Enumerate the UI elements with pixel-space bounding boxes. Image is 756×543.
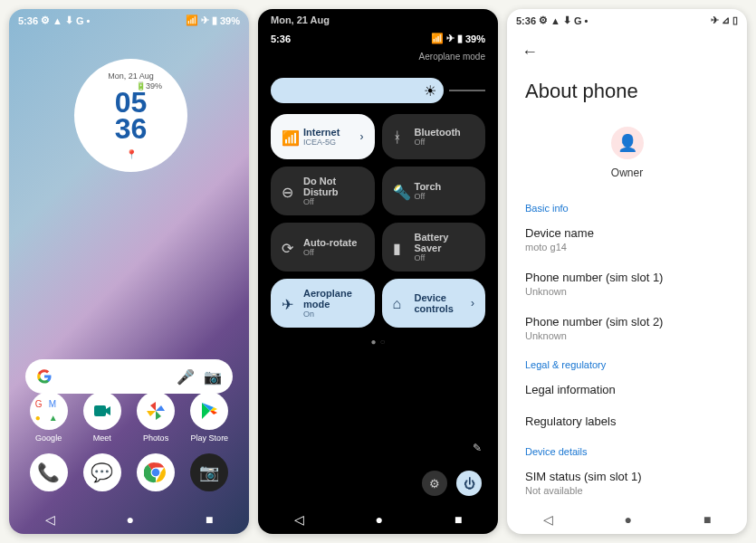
- app-meet[interactable]: Meet: [77, 392, 127, 443]
- app-chrome[interactable]: [131, 453, 181, 491]
- settings-item[interactable]: Phone number (sim slot 2)Unknown: [507, 306, 747, 350]
- status-time: 5:36: [18, 15, 38, 26]
- plane-icon: ✈: [282, 296, 296, 310]
- section-header: Legal & regulatory: [507, 350, 747, 374]
- nav-home[interactable]: ●: [127, 512, 134, 527]
- edit-icon[interactable]: ✎: [473, 442, 482, 454]
- brightness-slider[interactable]: ☀: [271, 76, 485, 105]
- page-indicator: ●○: [258, 337, 498, 347]
- svg-point-2: [152, 469, 160, 477]
- owner-section[interactable]: 👤 Owner: [507, 118, 747, 194]
- nav-back[interactable]: ◁: [543, 512, 553, 527]
- phone-about-settings: 5:36 ⚙▲⬇G• ✈⊿▯ ← About phone 👤 Owner Bas…: [507, 9, 747, 534]
- home-icon: ⌂: [393, 296, 407, 310]
- tile-subtitle: On: [303, 310, 364, 319]
- nav-recent[interactable]: ■: [455, 512, 462, 527]
- tile-title: Internet: [303, 127, 353, 138]
- status-bar: 5:36 📶✈▮39%: [258, 27, 498, 50]
- item-title: Legal information: [525, 383, 729, 396]
- clock-widget[interactable]: Mon, 21 Aug 🔋39% 0536 📍: [74, 59, 187, 172]
- owner-label: Owner: [507, 167, 747, 179]
- item-title: SIM status (sim slot 1): [525, 470, 729, 483]
- qs-tile-battery[interactable]: ▮Battery SaverOff: [382, 223, 486, 272]
- google-search-bar[interactable]: 🎤📷: [25, 359, 233, 394]
- app-photos[interactable]: Photos: [131, 392, 181, 443]
- airplane-icon: ✈: [201, 14, 209, 26]
- wifi-icon: 📶: [431, 33, 444, 44]
- battery-icon: ▮: [393, 240, 407, 254]
- settings-list: Basic infoDevice namemoto g14Phone numbe…: [507, 194, 747, 505]
- app-camera[interactable]: 📷: [185, 453, 234, 491]
- tile-subtitle: Off: [415, 253, 475, 262]
- status-time: 5:36: [516, 15, 536, 26]
- item-subtitle: Unknown: [525, 330, 729, 341]
- svg-rect-0: [94, 405, 106, 416]
- wifi-icon: 📶: [282, 129, 296, 144]
- wifi-icon: 📶: [186, 14, 198, 26]
- app-google[interactable]: GM●▲Google: [24, 392, 73, 443]
- tile-title: Aeroplane mode: [303, 288, 364, 310]
- tile-subtitle: ICEA-5G: [303, 138, 353, 147]
- item-title: Phone number (sim slot 1): [525, 271, 729, 284]
- home-apps: GM●▲Google Meet Photos Play Store 📞 💬 📷: [9, 392, 249, 502]
- download-icon: ⬇: [563, 14, 571, 26]
- app-messages[interactable]: 💬: [77, 453, 127, 491]
- settings-item[interactable]: Device namemoto g14: [507, 217, 747, 262]
- mic-icon[interactable]: 🎤: [177, 368, 195, 386]
- tile-subtitle: Off: [303, 197, 364, 206]
- lens-icon[interactable]: 📷: [204, 368, 222, 386]
- gear-icon: ⚙: [41, 14, 50, 26]
- qs-tile-bluetooth[interactable]: ᚼBluetoothOff: [382, 114, 486, 159]
- nav-bar: ◁ ● ■: [258, 505, 498, 534]
- settings-item[interactable]: Regulatory labels: [507, 405, 747, 437]
- qs-mode-label: Aeroplane mode: [419, 52, 485, 62]
- nav-home[interactable]: ●: [376, 512, 383, 527]
- qs-tile-wifi[interactable]: 📶InternetICEA-5G›: [271, 114, 375, 159]
- chevron-right-icon: ›: [360, 130, 364, 143]
- location-pin-icon: 📍: [126, 149, 137, 159]
- settings-item[interactable]: SIM status (sim slot 1)Not available: [507, 461, 747, 505]
- section-header: Basic info: [507, 194, 747, 217]
- item-subtitle: moto g14: [525, 242, 729, 252]
- tile-title: Torch: [415, 181, 475, 192]
- rotate-icon: ⟳: [282, 240, 296, 254]
- power-button[interactable]: ⏻: [456, 471, 482, 496]
- status-time: 5:36: [271, 33, 291, 44]
- settings-item[interactable]: Legal information: [507, 374, 747, 405]
- nav-bar: ◁ ● ■: [9, 505, 249, 534]
- qs-tile-rotate[interactable]: ⟳Auto-rotateOff: [271, 223, 375, 272]
- item-title: Device name: [525, 226, 729, 240]
- torch-icon: 🔦: [393, 184, 407, 198]
- qs-tile-plane[interactable]: ✈Aeroplane modeOn: [271, 279, 375, 328]
- g-icon: G: [574, 15, 582, 26]
- phone-home-screen: 5:36 ⚙▲⬇G• 📶✈▮39% Mon, 21 Aug 🔋39% 0536 …: [9, 9, 249, 534]
- app-phone[interactable]: 📞: [24, 453, 73, 491]
- nav-home[interactable]: ●: [625, 512, 632, 527]
- status-bar: 5:36 ⚙▲⬇G• ✈⊿▯: [507, 9, 747, 32]
- qs-tile-dnd[interactable]: ⊖Do Not DisturbOff: [271, 167, 375, 215]
- tile-title: Bluetooth: [415, 127, 475, 138]
- settings-button[interactable]: ⚙: [422, 471, 447, 496]
- back-button[interactable]: ←: [507, 32, 747, 72]
- triangle-icon: ▲: [550, 15, 560, 26]
- nav-recent[interactable]: ■: [703, 512, 711, 527]
- tile-title: Battery Saver: [415, 232, 475, 253]
- google-logo: [36, 368, 53, 385]
- battery-icon: ▮: [212, 14, 217, 26]
- nav-bar: ◁ ● ■: [507, 505, 747, 534]
- nav-back[interactable]: ◁: [45, 512, 55, 527]
- item-title: Phone number (sim slot 2): [525, 315, 729, 329]
- signal-icon: ⊿: [722, 14, 730, 26]
- settings-item[interactable]: Phone number (sim slot 1)Unknown: [507, 262, 747, 306]
- battery-icon: ▮: [457, 33, 463, 44]
- nav-back[interactable]: ◁: [294, 512, 304, 527]
- status-battery: 39%: [465, 33, 485, 44]
- qs-tile-torch[interactable]: 🔦TorchOff: [382, 167, 486, 215]
- nav-recent[interactable]: ■: [206, 512, 213, 527]
- app-playstore[interactable]: Play Store: [185, 392, 234, 443]
- item-subtitle: Unknown: [525, 286, 729, 297]
- widget-date: Mon, 21 Aug: [108, 71, 154, 81]
- gear-icon: ⚙: [539, 14, 548, 26]
- qs-tile-home[interactable]: ⌂Device controls›: [382, 279, 486, 328]
- item-title: Regulatory labels: [525, 414, 729, 428]
